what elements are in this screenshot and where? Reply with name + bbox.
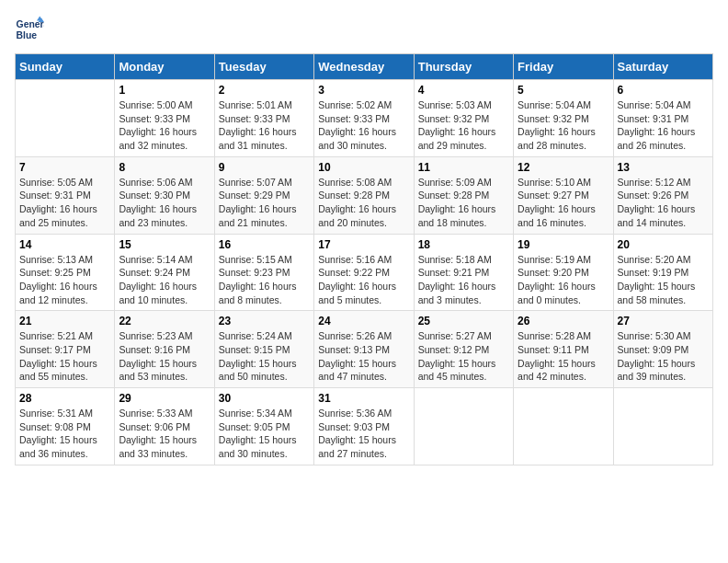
day-cell [414,388,513,465]
day-cell: 6Sunrise: 5:04 AM Sunset: 9:31 PM Daylig… [613,80,712,157]
day-info: Sunrise: 5:20 AM Sunset: 9:19 PM Dayligh… [618,253,709,307]
logo: General Blue [15,15,44,44]
day-info: Sunrise: 5:06 AM Sunset: 9:30 PM Dayligh… [119,176,210,230]
day-number: 26 [518,315,609,327]
day-cell: 25Sunrise: 5:27 AM Sunset: 9:12 PM Dayli… [414,311,513,388]
calendar-table: SundayMondayTuesdayWednesdayThursdayFrid… [15,53,713,465]
day-info: Sunrise: 5:27 AM Sunset: 9:12 PM Dayligh… [418,329,509,384]
day-number: 24 [318,315,409,327]
day-cell: 1Sunrise: 5:00 AM Sunset: 9:33 PM Daylig… [115,80,214,157]
day-cell: 29Sunrise: 5:33 AM Sunset: 9:06 PM Dayli… [115,388,214,465]
day-info: Sunrise: 5:12 AM Sunset: 9:26 PM Dayligh… [618,176,709,230]
day-number: 2 [219,84,310,97]
header-row: SundayMondayTuesdayWednesdayThursdayFrid… [16,54,713,80]
day-info: Sunrise: 5:36 AM Sunset: 9:03 PM Dayligh… [318,407,409,461]
day-cell: 14Sunrise: 5:13 AM Sunset: 9:25 PM Dayli… [16,234,115,311]
day-number: 3 [318,84,409,97]
day-info: Sunrise: 5:03 AM Sunset: 9:32 PM Dayligh… [418,98,509,153]
day-number: 14 [19,238,110,251]
day-number: 9 [219,161,310,174]
week-row-4: 21Sunrise: 5:21 AM Sunset: 9:17 PM Dayli… [16,311,713,388]
day-info: Sunrise: 5:33 AM Sunset: 9:06 PM Dayligh… [119,407,210,461]
day-number: 1 [119,84,210,97]
day-cell: 16Sunrise: 5:15 AM Sunset: 9:23 PM Dayli… [214,234,313,311]
day-cell: 30Sunrise: 5:34 AM Sunset: 9:05 PM Dayli… [214,388,313,465]
day-info: Sunrise: 5:28 AM Sunset: 9:11 PM Dayligh… [518,329,609,384]
day-number: 25 [418,315,509,327]
day-number: 22 [119,315,210,327]
header-monday: Monday [115,54,214,80]
day-cell: 7Sunrise: 5:05 AM Sunset: 9:31 PM Daylig… [16,156,115,234]
day-info: Sunrise: 5:31 AM Sunset: 9:08 PM Dayligh… [19,407,110,461]
header-wednesday: Wednesday [314,54,414,80]
day-number: 19 [518,238,609,251]
day-cell: 26Sunrise: 5:28 AM Sunset: 9:11 PM Dayli… [514,311,613,388]
day-number: 4 [418,84,509,97]
header-thursday: Thursday [414,54,513,80]
page-header: General Blue [15,15,713,44]
day-info: Sunrise: 5:04 AM Sunset: 9:32 PM Dayligh… [518,98,609,153]
day-number: 28 [19,392,110,405]
day-info: Sunrise: 5:08 AM Sunset: 9:28 PM Dayligh… [318,176,409,230]
logo-icon: General Blue [15,15,44,44]
week-row-5: 28Sunrise: 5:31 AM Sunset: 9:08 PM Dayli… [16,388,713,465]
header-saturday: Saturday [613,54,712,80]
day-cell: 28Sunrise: 5:31 AM Sunset: 9:08 PM Dayli… [16,388,115,465]
week-row-2: 7Sunrise: 5:05 AM Sunset: 9:31 PM Daylig… [16,156,713,234]
day-cell: 31Sunrise: 5:36 AM Sunset: 9:03 PM Dayli… [314,388,414,465]
week-row-3: 14Sunrise: 5:13 AM Sunset: 9:25 PM Dayli… [16,234,713,311]
header-tuesday: Tuesday [214,54,313,80]
day-info: Sunrise: 5:19 AM Sunset: 9:20 PM Dayligh… [518,253,609,307]
day-cell: 21Sunrise: 5:21 AM Sunset: 9:17 PM Dayli… [16,311,115,388]
day-info: Sunrise: 5:05 AM Sunset: 9:31 PM Dayligh… [19,176,110,230]
day-number: 17 [318,238,409,251]
day-cell: 5Sunrise: 5:04 AM Sunset: 9:32 PM Daylig… [514,80,613,157]
day-number: 5 [518,84,609,97]
day-info: Sunrise: 5:01 AM Sunset: 9:33 PM Dayligh… [219,98,310,153]
day-cell: 22Sunrise: 5:23 AM Sunset: 9:16 PM Dayli… [115,311,214,388]
day-cell: 9Sunrise: 5:07 AM Sunset: 9:29 PM Daylig… [214,156,313,234]
header-sunday: Sunday [16,54,115,80]
day-info: Sunrise: 5:02 AM Sunset: 9:33 PM Dayligh… [318,98,409,153]
day-cell: 24Sunrise: 5:26 AM Sunset: 9:13 PM Dayli… [314,311,414,388]
day-cell [514,388,613,465]
day-info: Sunrise: 5:14 AM Sunset: 9:24 PM Dayligh… [119,253,210,307]
day-number: 23 [219,315,310,327]
day-info: Sunrise: 5:07 AM Sunset: 9:29 PM Dayligh… [219,176,310,230]
day-cell: 3Sunrise: 5:02 AM Sunset: 9:33 PM Daylig… [314,80,414,157]
day-info: Sunrise: 5:26 AM Sunset: 9:13 PM Dayligh… [318,329,409,384]
day-number: 29 [119,392,210,405]
day-number: 18 [418,238,509,251]
day-cell: 11Sunrise: 5:09 AM Sunset: 9:28 PM Dayli… [414,156,513,234]
day-number: 13 [618,161,709,174]
week-row-1: 1Sunrise: 5:00 AM Sunset: 9:33 PM Daylig… [16,80,713,157]
day-cell [613,388,712,465]
day-number: 16 [219,238,310,251]
day-info: Sunrise: 5:30 AM Sunset: 9:09 PM Dayligh… [618,329,709,384]
day-info: Sunrise: 5:00 AM Sunset: 9:33 PM Dayligh… [119,98,210,153]
day-number: 8 [119,161,210,174]
svg-text:Blue: Blue [17,30,38,40]
day-cell: 10Sunrise: 5:08 AM Sunset: 9:28 PM Dayli… [314,156,414,234]
day-cell: 15Sunrise: 5:14 AM Sunset: 9:24 PM Dayli… [115,234,214,311]
day-info: Sunrise: 5:13 AM Sunset: 9:25 PM Dayligh… [19,253,110,307]
day-number: 27 [618,315,709,327]
day-number: 21 [19,315,110,327]
day-number: 12 [518,161,609,174]
day-number: 20 [618,238,709,251]
day-number: 15 [119,238,210,251]
day-cell: 13Sunrise: 5:12 AM Sunset: 9:26 PM Dayli… [613,156,712,234]
day-info: Sunrise: 5:24 AM Sunset: 9:15 PM Dayligh… [219,329,310,384]
day-info: Sunrise: 5:09 AM Sunset: 9:28 PM Dayligh… [418,176,509,230]
day-number: 11 [418,161,509,174]
day-cell: 2Sunrise: 5:01 AM Sunset: 9:33 PM Daylig… [214,80,313,157]
day-cell: 4Sunrise: 5:03 AM Sunset: 9:32 PM Daylig… [414,80,513,157]
day-cell: 18Sunrise: 5:18 AM Sunset: 9:21 PM Dayli… [414,234,513,311]
day-cell: 23Sunrise: 5:24 AM Sunset: 9:15 PM Dayli… [214,311,313,388]
day-cell: 20Sunrise: 5:20 AM Sunset: 9:19 PM Dayli… [613,234,712,311]
day-info: Sunrise: 5:23 AM Sunset: 9:16 PM Dayligh… [119,329,210,384]
day-number: 30 [219,392,310,405]
day-info: Sunrise: 5:16 AM Sunset: 9:22 PM Dayligh… [318,253,409,307]
day-cell [16,80,115,157]
day-cell: 8Sunrise: 5:06 AM Sunset: 9:30 PM Daylig… [115,156,214,234]
